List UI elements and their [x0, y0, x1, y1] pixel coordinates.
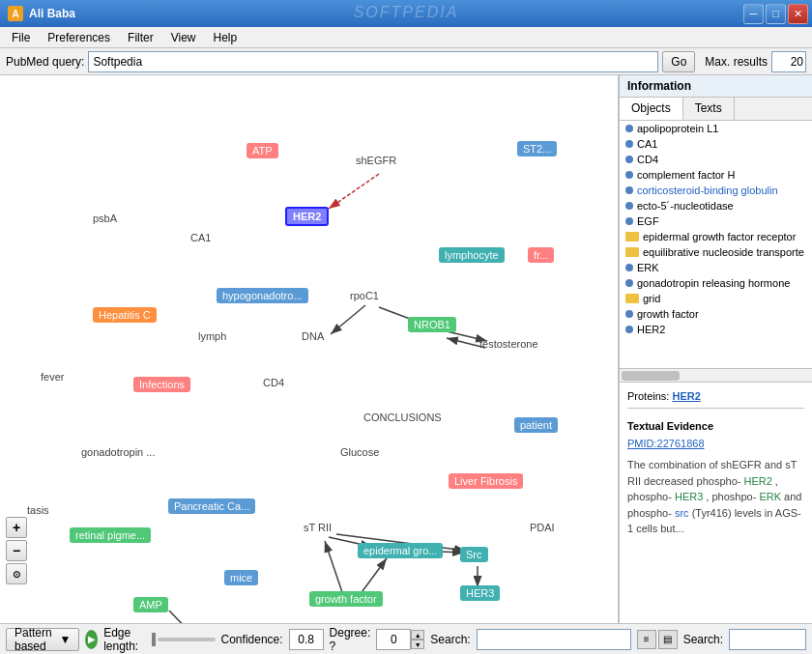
item-label: EGF — [637, 215, 659, 227]
node-rpoc1[interactable]: rpoC1 — [350, 290, 379, 301]
node-retinal[interactable]: retinal pigme... — [70, 527, 151, 543]
degree-down-button[interactable]: ▼ — [411, 640, 424, 649]
list-item-egfr[interactable]: epidermal growth factor receptor — [620, 229, 812, 244]
list-item-ent[interactable]: equilibrative nucleoside transporte — [620, 244, 812, 260]
list-item-apolL1[interactable]: apolipoprotein L1 — [620, 121, 812, 136]
close-button[interactable]: ✕ — [788, 4, 808, 24]
node-tasis[interactable]: tasis — [27, 504, 49, 516]
dropdown-arrow-icon: ▼ — [59, 633, 71, 646]
node-cd4[interactable]: CD4 — [263, 377, 284, 388]
tab-objects[interactable]: Objects — [620, 98, 683, 120]
max-results-input[interactable] — [771, 51, 806, 72]
node-mice[interactable]: mice — [224, 570, 258, 585]
bottom-search-input[interactable] — [729, 629, 806, 650]
degree-input[interactable] — [376, 629, 411, 650]
menu-filter[interactable]: Filter — [120, 29, 161, 46]
node-conclusions[interactable]: CONCLUSIONS — [363, 412, 442, 423]
zoom-controls: + − ⊙ — [6, 517, 27, 584]
edge-length-track[interactable] — [158, 638, 216, 641]
list-item-cbg[interactable]: corticosteroid-binding globulin — [620, 183, 812, 198]
node-glucose[interactable]: Glucose — [340, 446, 379, 458]
list-item-ca1[interactable]: CA1 — [620, 136, 812, 152]
node-infections[interactable]: Infections — [133, 377, 190, 392]
dot-icon — [625, 140, 633, 148]
node-nrob1[interactable]: NROB1 — [408, 317, 456, 332]
maximize-button[interactable]: □ — [766, 4, 786, 24]
menu-bar: File Preferences Filter View Help — [0, 27, 812, 48]
proteins-her2-link[interactable]: HER2 — [672, 390, 700, 402]
degree-up-button[interactable]: ▲ — [411, 630, 424, 640]
node-psba[interactable]: psbA — [93, 213, 117, 224]
play-button[interactable]: ▶ — [85, 630, 98, 649]
node-fr[interactable]: fr... — [528, 247, 554, 263]
menu-view[interactable]: View — [163, 29, 204, 46]
proteins-label: Proteins: — [627, 390, 669, 402]
status-icon-1[interactable]: ≡ — [637, 630, 656, 649]
zoom-fit-button[interactable]: ⊙ — [6, 563, 27, 584]
node-pancreatic[interactable]: Pancreatic Ca... — [168, 498, 255, 514]
window-controls: ─ □ ✕ — [743, 4, 808, 24]
node-growth-factor[interactable]: growth factor — [309, 591, 383, 607]
search-label: Search: — [430, 633, 470, 646]
node-pdai[interactable]: PDAI — [530, 522, 555, 533]
menu-preferences[interactable]: Preferences — [40, 29, 118, 46]
node-lymph[interactable]: lymph — [198, 330, 226, 342]
panel-object-list[interactable]: apolipoprotein L1 CA1 CD4 complement fac… — [620, 121, 812, 368]
list-item-egf[interactable]: EGF — [620, 213, 812, 229]
node-dna[interactable]: DNA — [302, 330, 324, 342]
node-epidermal[interactable]: epidermal gro... — [358, 543, 443, 558]
proteins-line: Proteins: HER2 — [627, 390, 804, 402]
confidence-input[interactable] — [289, 629, 324, 650]
toolbar: PubMed query: Go Max. results — [0, 48, 812, 75]
zoom-out-button[interactable]: − — [6, 540, 27, 561]
node-liver-fibrosis[interactable]: Liver Fibrosis — [449, 473, 523, 489]
pattern-dropdown[interactable]: Pattern based ▼ — [6, 628, 79, 651]
node-patient[interactable]: patient — [514, 417, 558, 433]
node-testosterone[interactable]: testosterone — [479, 338, 538, 350]
node-gonadotropin[interactable]: gonadotropin ... — [81, 446, 155, 458]
list-item-ecto5[interactable]: ecto-5´-nucleotidase — [620, 198, 812, 213]
search-input[interactable] — [477, 629, 631, 650]
node-shegfr[interactable]: shEGFR — [356, 155, 396, 166]
zoom-in-button[interactable]: + — [6, 517, 27, 538]
status-icon-2[interactable]: ▤ — [658, 630, 678, 649]
tab-texts[interactable]: Texts — [683, 98, 735, 120]
list-item-gnrh[interactable]: gonadotropin releasing hormone — [620, 275, 812, 291]
item-label: HER2 — [637, 324, 665, 335]
list-item-cd4[interactable]: CD4 — [620, 152, 812, 167]
list-item-cfh[interactable]: complement factor H — [620, 167, 812, 183]
list-item-her2[interactable]: HER2 — [620, 322, 812, 337]
list-item-grid[interactable]: grid — [620, 291, 812, 306]
graph-area[interactable]: ATP shEGFR ST2... HER2 psbA CA1 lymphocy… — [0, 75, 619, 623]
dot-icon — [625, 279, 633, 287]
node-atp[interactable]: ATP — [246, 143, 278, 158]
node-amp[interactable]: AMP — [133, 597, 168, 612]
item-label: ERK — [637, 262, 659, 273]
item-label: CD4 — [637, 154, 658, 165]
node-fever[interactable]: fever — [41, 371, 64, 383]
pubmed-query-input[interactable] — [88, 51, 658, 72]
node-hepatitisc[interactable]: Hepatitis C — [93, 307, 157, 323]
edge-length-slider[interactable] — [152, 633, 156, 646]
go-button[interactable]: Go — [662, 51, 695, 72]
node-ca1[interactable]: CA1 — [190, 232, 211, 243]
her3-highlight: HER3 — [675, 491, 703, 502]
list-item-erk[interactable]: ERK — [620, 260, 812, 275]
src-highlight: src — [675, 507, 689, 519]
minimize-button[interactable]: ─ — [743, 4, 764, 24]
menu-file[interactable]: File — [4, 29, 38, 46]
list-item-gf[interactable]: growth factor — [620, 306, 812, 322]
node-lymphocyte[interactable]: lymphocyte — [439, 247, 505, 263]
title-bar: A Ali Baba SOFTPEDIA ─ □ ✕ — [0, 0, 812, 27]
confidence-label: Confidence: — [221, 633, 283, 646]
node-src[interactable]: Src — [460, 547, 488, 562]
node-st2[interactable]: ST2... — [517, 141, 557, 156]
node-her2[interactable]: HER2 — [285, 207, 329, 226]
menu-help[interactable]: Help — [206, 29, 246, 46]
node-her3[interactable]: HER3 — [460, 585, 500, 601]
status-icons: ≡ ▤ — [637, 630, 678, 649]
node-hypogonadotro[interactable]: hypogonadotro... — [217, 288, 308, 303]
hscroll-thumb[interactable] — [622, 371, 680, 381]
node-st-rii[interactable]: sT RII — [304, 522, 332, 533]
pmid-link[interactable]: PMID:22761868 — [627, 438, 804, 449]
